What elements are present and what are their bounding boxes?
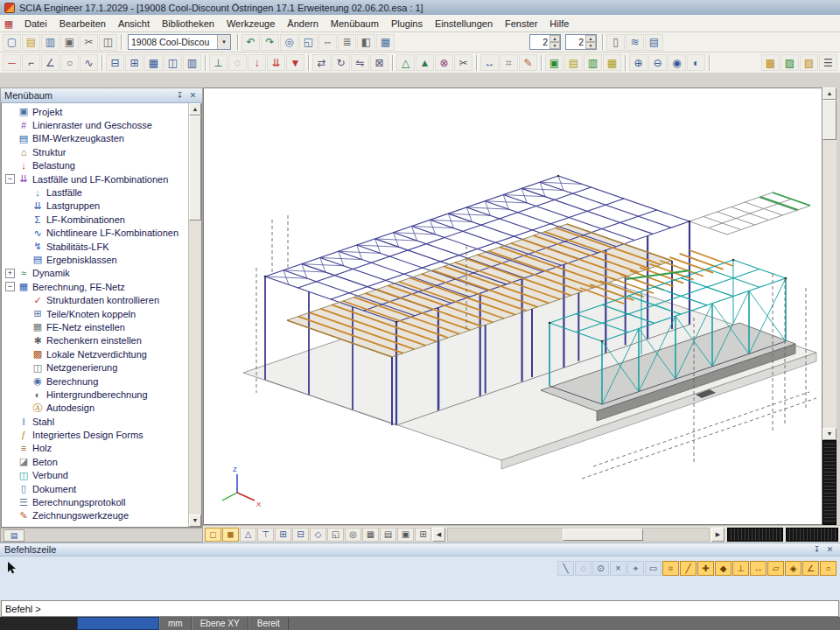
spinner-down-icon[interactable]: ▼ [585,42,596,49]
tree-item-lf-kombinationen[interactable]: ΣLF-Kombinationen [2,213,188,226]
close-icon[interactable]: ✕ [187,90,199,102]
snap-box-icon[interactable]: ▭ [645,561,662,576]
zoom-all-icon[interactable]: ◎ [345,528,361,542]
line-tool-icon[interactable]: ─ [3,54,21,71]
viewport-vertical-scrollbar[interactable]: ▲ ▼ [822,88,836,525]
redo-icon[interactable]: ↷ [261,34,279,51]
menu-hilfe[interactable]: Hilfe [543,17,575,31]
pin-icon[interactable]: ↧ [174,90,186,102]
command-input[interactable]: Befehl > [1,600,839,617]
tree-item-holz[interactable]: ≡Holz [2,442,188,455]
point-load-icon[interactable]: ↓ [248,54,266,71]
activity-icon[interactable]: ▥ [584,54,602,71]
undo-icon[interactable]: ↶ [242,34,260,51]
collapsed-panel-tab-2[interactable] [786,528,838,542]
scrollbar-thumb[interactable] [822,100,836,140]
snap-angle-icon[interactable]: ∠ [802,561,819,576]
plate-tool-icon[interactable]: ▦ [144,54,163,71]
zoom-all-icon[interactable]: ◎ [280,34,298,51]
snap-node-icon[interactable]: ⌖ [627,561,644,576]
dimension-icon[interactable]: ↔ [480,54,499,71]
menu-werkzeuge[interactable]: Werkzeuge [220,17,281,31]
expand-toggle-icon[interactable]: − [5,282,15,291]
wall-tool-icon[interactable]: ◫ [164,54,182,71]
circle-tool-icon[interactable]: ○ [60,54,79,71]
snap-midpoint-icon[interactable]: ╱ [680,561,696,576]
tree-item-struktur[interactable]: ⌂Struktur [2,145,188,158]
tree-item-stabilitaets-lfk[interactable]: ↯Stabilitäts-LFK [2,240,188,253]
snap-lock-icon[interactable]: ◈ [785,561,802,576]
select-all-icon[interactable]: ▲ [416,54,434,71]
beam-tool-icon[interactable]: ⊟ [106,54,124,71]
scroll-right-icon[interactable]: ▶ [711,528,724,542]
trim-icon[interactable]: ✂ [454,54,472,71]
pan-icon[interactable]: ⇔ [318,34,337,51]
viewport-horizontal-scrollbar[interactable] [447,528,710,542]
tree-item-beton[interactable]: ◪Beton [2,455,188,468]
tree-item-lokale-netzverdichtung[interactable]: ▩Lokale Netzverdichtung [2,347,188,360]
zoom-window-icon[interactable]: ◱ [299,34,318,51]
grid-toggle-icon[interactable]: ▨ [780,54,799,71]
project-combobox[interactable]: 19008 Cool-Discou ▼ [128,34,231,50]
tree-item-dynamik[interactable]: +≈Dynamik [2,267,188,280]
measure-icon[interactable]: ⌗ [500,54,518,71]
results-icon[interactable]: ≋ [626,34,644,51]
clipboard-icon[interactable]: ▯ [606,34,625,51]
move-icon[interactable]: ⇄ [312,54,331,71]
visibility-icon[interactable]: ▤ [564,54,583,71]
menu-menuebaum[interactable]: Menübaum [325,17,385,31]
viewport-3d[interactable]: Z X [203,88,822,525]
tree-item-fe-netz-einstellen[interactable]: ▦FE-Netz einstellen [2,320,188,333]
tree-item-lastfaelle-und-lf-kombinationen[interactable]: −⇊Lastfälle und LF-Kombinationen [2,172,188,186]
tree-item-rechenkern-einstellen[interactable]: ✱Rechenkern einstellen [2,334,188,347]
view-side-icon[interactable]: ⊟ [292,528,309,542]
tree-item-belastung[interactable]: ↓Belastung [2,159,188,172]
zoom-out-icon[interactable]: ⊖ [648,54,667,71]
mirror-icon[interactable]: ⇋ [351,54,369,71]
snap-line-icon[interactable]: ╲ [557,561,574,576]
spinner-up-icon[interactable]: ▲ [550,35,560,42]
scroll-left-icon[interactable]: ◀ [432,528,445,542]
hatch-icon[interactable]: ▩ [761,54,780,71]
scroll-down-icon[interactable]: ▼ [189,514,201,527]
snap-perpendicular-icon[interactable]: ⊥ [732,561,749,576]
collapsed-panel-tab-1[interactable] [727,528,783,542]
perspective-icon[interactable]: △ [240,528,256,542]
calculator-icon[interactable]: ▦ [376,34,395,51]
scale-icon[interactable]: ⊠ [370,54,388,71]
save-icon[interactable]: ▥ [41,34,60,51]
zoom-fit-icon[interactable]: ◉ [668,54,686,71]
snap-circle-icon[interactable]: ○ [820,561,836,576]
tree-item-lastgruppen[interactable]: ⇊Lastgruppen [2,200,188,213]
render-shaded-icon[interactable]: ◼ [222,528,239,542]
scrollbar-thumb[interactable] [563,528,643,541]
texture-icon[interactable]: ▧ [800,54,818,71]
polyline-tool-icon[interactable]: ⌐ [22,54,40,71]
tree-item-linienraster-und-geschosse[interactable]: #Linienraster und Geschosse [2,118,188,131]
tree-item-teile-knoten-koppeln[interactable]: ⊞Teile/Knoten koppeln [2,307,188,320]
scale-spinner-2[interactable]: 2 ▲▼ [565,34,597,50]
tree-item-integriertes-design-forms[interactable]: ƒIntegriertes Design Forms [2,428,188,441]
intersect-icon[interactable]: ⊗ [435,54,453,71]
snap-tangent-icon[interactable]: ⊙ [592,561,609,576]
scale-spinner-1[interactable]: 2 ▲▼ [529,34,561,50]
expand-toggle-icon[interactable]: + [5,269,15,278]
document-system-icon[interactable]: ▦ [3,18,15,30]
tree-item-lastfaelle[interactable]: ↓Lastfälle [2,186,188,199]
view-front-icon[interactable]: ⊞ [275,528,291,542]
named-views-icon[interactable]: ▤ [380,528,396,542]
snap-intersection-icon[interactable]: ✚ [697,561,714,576]
zoom-in-icon[interactable]: ⊕ [629,54,648,71]
view-table-icon[interactable]: ⊞ [415,528,431,542]
document-icon[interactable]: ▤ [645,34,663,51]
status-unit[interactable]: mm [159,617,192,630]
pin-icon[interactable]: ↧ [811,544,822,556]
tree-item-dokument[interactable]: ▯Dokument [2,482,188,495]
snap-clear-icon[interactable]: × [610,561,626,576]
rotate-icon[interactable]: ↻ [332,54,350,71]
print-icon[interactable]: ▣ [60,34,79,51]
copy-icon[interactable]: ◫ [99,34,117,51]
axonometric-view-icon[interactable]: ◇ [310,528,326,542]
surface-load-icon[interactable]: ▼ [286,54,304,71]
panel-tab-menubaum[interactable]: ▤ [4,529,24,542]
